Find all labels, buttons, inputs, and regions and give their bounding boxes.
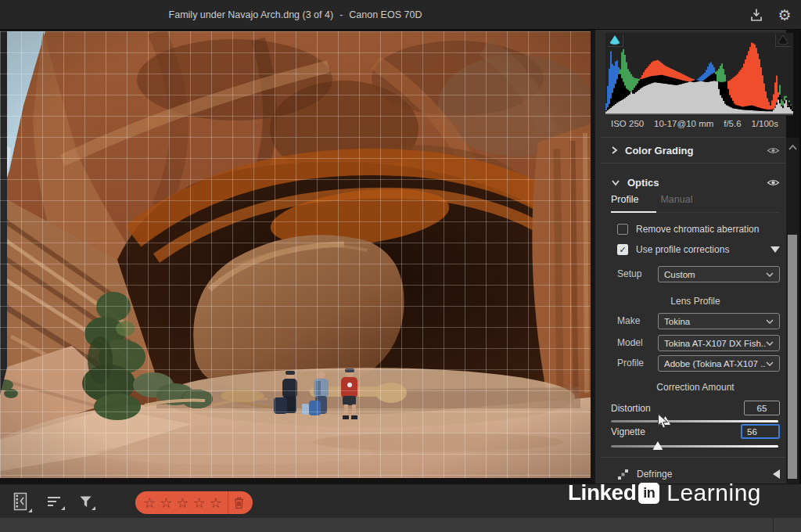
distortion-input[interactable]	[744, 401, 780, 415]
correction-amount-header: Correction Amount	[611, 382, 780, 393]
use-profile-corrections-checkbox[interactable]: ✓	[617, 244, 628, 255]
exif-info-bar: ISO 250 10-17@10 mm f/5.6 1/100s	[611, 119, 778, 128]
histogram[interactable]	[605, 33, 793, 116]
download-icon[interactable]	[748, 6, 765, 23]
make-dropdown[interactable]: Tokina	[658, 313, 780, 329]
photo-canvas	[0, 31, 591, 478]
aperture-value: f/5.6	[724, 119, 741, 128]
slider-track[interactable]	[611, 445, 778, 448]
panel-scrollbar[interactable]	[786, 138, 799, 518]
star-icon[interactable]: ☆	[143, 496, 156, 510]
rating-pill: ☆ ☆ ☆ ☆ ☆	[135, 491, 253, 514]
make-label: Make	[617, 315, 640, 326]
chevron-right-icon	[611, 146, 618, 155]
iso-value: ISO 250	[611, 119, 644, 128]
setup-label: Setup	[617, 268, 641, 279]
color-grading-label: Color Grading	[625, 145, 693, 156]
filename-label: Family under Navajo Arch.dng (3 of 4)	[169, 9, 334, 20]
eye-icon[interactable]	[767, 146, 780, 155]
chevron-down-icon	[766, 272, 774, 277]
top-bar: Family under Navajo Arch.dng (3 of 4) - …	[0, 0, 801, 30]
watermark-linked-text: Linked	[568, 480, 636, 505]
edit-panel: ISO 250 10-17@10 mm f/5.6 1/100s Color G…	[591, 30, 786, 483]
star-icon[interactable]: ☆	[210, 496, 222, 510]
bottom-strip	[0, 518, 801, 532]
filter-funnel-icon[interactable]	[79, 495, 92, 509]
section-expand-triangle[interactable]	[773, 469, 780, 479]
photo-preview[interactable]	[0, 31, 591, 478]
vignette-input[interactable]	[741, 424, 780, 439]
tab-profile[interactable]: Profile	[611, 194, 638, 205]
make-value: Tokina	[664, 317, 690, 326]
optics-section-header[interactable]: Optics	[611, 172, 780, 192]
scroll-up-icon[interactable]	[788, 140, 798, 154]
setup-value: Custom	[664, 270, 695, 279]
chevron-down-icon	[611, 179, 620, 186]
tab-manual[interactable]: Manual	[660, 194, 692, 205]
highlight-clipping-indicator[interactable]	[775, 34, 791, 47]
setup-dropdown[interactable]: Custom	[658, 266, 780, 282]
profile-value: Adobe (Tokina AT-X107 ...	[664, 359, 766, 368]
scrollbar-thumb[interactable]	[788, 235, 797, 479]
shutter-value: 1/100s	[751, 119, 778, 128]
camera-raw-window: Family under Navajo Arch.dng (3 of 4) - …	[0, 0, 801, 532]
chevron-down-icon	[766, 341, 774, 346]
profile-label: Profile	[617, 358, 644, 368]
shadow-clipping-indicator[interactable]	[608, 34, 623, 47]
slider-track[interactable]	[611, 420, 778, 422]
vignette-slider[interactable]	[611, 441, 778, 451]
model-value: Tokina AT-X107 DX Fish...	[664, 339, 766, 348]
optics-tabs: Profile Manual	[611, 194, 780, 205]
linkedin-badge-icon: in	[638, 483, 659, 504]
eye-icon[interactable]	[767, 178, 780, 187]
remove-chromatic-aberration-label: Remove chromatic aberration	[636, 224, 759, 235]
lens-value: 10-17@10 mm	[654, 119, 713, 128]
chevron-down-icon	[766, 319, 774, 324]
trash-icon[interactable]	[233, 496, 245, 509]
vignette-label: Vignette	[611, 426, 645, 437]
model-dropdown[interactable]: Tokina AT-X107 DX Fish...	[658, 335, 780, 351]
use-profile-corrections-label: Use profile corrections	[636, 244, 729, 255]
star-icon[interactable]: ☆	[176, 496, 189, 510]
remove-chromatic-aberration-checkbox[interactable]	[617, 224, 628, 235]
distortion-label: Distortion	[611, 403, 651, 414]
watermark-learning-text: Learning	[666, 480, 761, 506]
linkedin-learning-watermark: Linked in Learning	[568, 476, 761, 509]
chevron-down-icon	[766, 361, 774, 366]
lens-profile-header: Lens Profile	[611, 296, 780, 307]
star-icon[interactable]: ☆	[192, 496, 205, 510]
sort-order-icon[interactable]	[46, 494, 62, 509]
star-icon[interactable]: ☆	[160, 496, 172, 510]
profile-dropdown[interactable]: Adobe (Tokina AT-X107 ...	[658, 355, 780, 372]
camera-label: Canon EOS 70D	[349, 9, 422, 20]
image-stage	[0, 30, 591, 483]
color-grading-section-header[interactable]: Color Grading	[611, 139, 780, 161]
optics-label: Optics	[627, 177, 659, 189]
gear-icon[interactable]: ⚙	[776, 6, 793, 23]
section-collapse-triangle[interactable]	[770, 246, 780, 253]
filmstrip-toggle-icon[interactable]	[13, 492, 29, 511]
active-tab-underline	[611, 211, 656, 213]
title-separator: -	[339, 9, 343, 20]
model-label: Model	[617, 337, 643, 348]
document-title: Family under Navajo Arch.dng (3 of 4) - …	[0, 0, 591, 30]
